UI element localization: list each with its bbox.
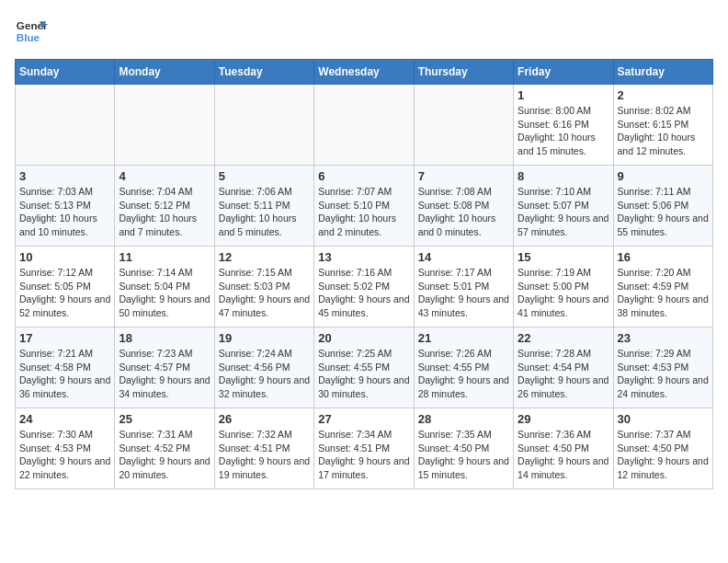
day-info: Sunrise: 7:31 AM Sunset: 4:52 PM Dayligh… — [119, 428, 210, 482]
day-info: Sunrise: 7:28 AM Sunset: 4:54 PM Dayligh… — [518, 347, 609, 401]
calendar-cell: 29Sunrise: 7:36 AM Sunset: 4:50 PM Dayli… — [514, 408, 613, 489]
day-number: 14 — [418, 250, 509, 264]
calendar-table: SundayMondayTuesdayWednesdayThursdayFrid… — [15, 59, 713, 489]
day-info: Sunrise: 8:02 AM Sunset: 6:15 PM Dayligh… — [618, 104, 709, 158]
day-number: 30 — [618, 412, 709, 426]
day-info: Sunrise: 7:30 AM Sunset: 4:53 PM Dayligh… — [19, 428, 110, 482]
day-info: Sunrise: 7:35 AM Sunset: 4:50 PM Dayligh… — [418, 428, 509, 482]
calendar-week-row: 1Sunrise: 8:00 AM Sunset: 6:16 PM Daylig… — [16, 85, 713, 166]
weekday-header: Thursday — [414, 60, 513, 85]
day-info: Sunrise: 7:16 AM Sunset: 5:02 PM Dayligh… — [318, 266, 409, 320]
calendar-cell: 5Sunrise: 7:06 AM Sunset: 5:11 PM Daylig… — [214, 166, 313, 247]
day-info: Sunrise: 7:03 AM Sunset: 5:13 PM Dayligh… — [19, 185, 110, 239]
calendar-cell — [414, 85, 513, 166]
day-number: 27 — [318, 412, 409, 426]
day-info: Sunrise: 7:24 AM Sunset: 4:56 PM Dayligh… — [219, 347, 310, 401]
calendar-cell — [214, 85, 313, 166]
day-number: 9 — [618, 169, 709, 183]
weekday-header-row: SundayMondayTuesdayWednesdayThursdayFrid… — [16, 60, 713, 85]
calendar-cell: 6Sunrise: 7:07 AM Sunset: 5:10 PM Daylig… — [314, 166, 414, 247]
day-info: Sunrise: 7:19 AM Sunset: 5:00 PM Dayligh… — [518, 266, 609, 320]
day-info: Sunrise: 7:26 AM Sunset: 4:55 PM Dayligh… — [418, 347, 509, 401]
weekday-header: Monday — [115, 60, 214, 85]
day-info: Sunrise: 7:21 AM Sunset: 4:58 PM Dayligh… — [19, 347, 110, 401]
calendar-cell: 30Sunrise: 7:37 AM Sunset: 4:50 PM Dayli… — [613, 408, 712, 489]
day-number: 15 — [518, 250, 609, 264]
day-info: Sunrise: 7:10 AM Sunset: 5:07 PM Dayligh… — [518, 185, 609, 239]
weekday-header: Wednesday — [314, 60, 414, 85]
day-number: 1 — [518, 88, 609, 102]
calendar-cell: 4Sunrise: 7:04 AM Sunset: 5:12 PM Daylig… — [115, 166, 214, 247]
calendar-cell: 26Sunrise: 7:32 AM Sunset: 4:51 PM Dayli… — [214, 408, 313, 489]
day-number: 28 — [418, 412, 509, 426]
calendar-cell: 27Sunrise: 7:34 AM Sunset: 4:51 PM Dayli… — [314, 408, 414, 489]
calendar-cell: 10Sunrise: 7:12 AM Sunset: 5:05 PM Dayli… — [16, 247, 115, 327]
day-number: 16 — [618, 250, 709, 264]
day-info: Sunrise: 7:25 AM Sunset: 4:55 PM Dayligh… — [318, 347, 409, 401]
calendar-cell: 22Sunrise: 7:28 AM Sunset: 4:54 PM Dayli… — [514, 327, 613, 408]
day-number: 10 — [19, 250, 110, 264]
calendar-cell: 1Sunrise: 8:00 AM Sunset: 6:16 PM Daylig… — [514, 85, 613, 166]
calendar-cell: 13Sunrise: 7:16 AM Sunset: 5:02 PM Dayli… — [314, 247, 414, 327]
day-info: Sunrise: 7:17 AM Sunset: 5:01 PM Dayligh… — [418, 266, 509, 320]
day-number: 3 — [19, 169, 110, 183]
calendar-cell: 9Sunrise: 7:11 AM Sunset: 5:06 PM Daylig… — [613, 166, 712, 247]
calendar-cell: 20Sunrise: 7:25 AM Sunset: 4:55 PM Dayli… — [314, 327, 414, 408]
calendar-cell: 8Sunrise: 7:10 AM Sunset: 5:07 PM Daylig… — [514, 166, 613, 247]
day-number: 4 — [119, 169, 210, 183]
day-number: 7 — [418, 169, 509, 183]
day-number: 18 — [119, 331, 210, 345]
calendar-cell: 25Sunrise: 7:31 AM Sunset: 4:52 PM Dayli… — [115, 408, 214, 489]
day-info: Sunrise: 7:07 AM Sunset: 5:10 PM Dayligh… — [318, 185, 409, 239]
day-number: 29 — [518, 412, 609, 426]
calendar-cell: 14Sunrise: 7:17 AM Sunset: 5:01 PM Dayli… — [414, 247, 513, 327]
day-info: Sunrise: 7:12 AM Sunset: 5:05 PM Dayligh… — [19, 266, 110, 320]
calendar-cell: 11Sunrise: 7:14 AM Sunset: 5:04 PM Dayli… — [115, 247, 214, 327]
weekday-header: Saturday — [613, 60, 712, 85]
day-info: Sunrise: 8:00 AM Sunset: 6:16 PM Dayligh… — [518, 104, 609, 158]
calendar-week-row: 3Sunrise: 7:03 AM Sunset: 5:13 PM Daylig… — [16, 166, 713, 247]
calendar-cell: 12Sunrise: 7:15 AM Sunset: 5:03 PM Dayli… — [214, 247, 313, 327]
calendar-cell: 16Sunrise: 7:20 AM Sunset: 4:59 PM Dayli… — [613, 247, 712, 327]
svg-text:Blue: Blue — [17, 31, 40, 43]
calendar-cell: 19Sunrise: 7:24 AM Sunset: 4:56 PM Dayli… — [214, 327, 313, 408]
day-info: Sunrise: 7:08 AM Sunset: 5:08 PM Dayligh… — [418, 185, 509, 239]
calendar-cell: 15Sunrise: 7:19 AM Sunset: 5:00 PM Dayli… — [514, 247, 613, 327]
day-number: 24 — [19, 412, 110, 426]
calendar-week-row: 17Sunrise: 7:21 AM Sunset: 4:58 PM Dayli… — [16, 327, 713, 408]
calendar-week-row: 24Sunrise: 7:30 AM Sunset: 4:53 PM Dayli… — [16, 408, 713, 489]
day-number: 2 — [618, 88, 709, 102]
day-number: 20 — [318, 331, 409, 345]
calendar-cell: 28Sunrise: 7:35 AM Sunset: 4:50 PM Dayli… — [414, 408, 513, 489]
day-number: 12 — [219, 250, 310, 264]
calendar-cell: 2Sunrise: 8:02 AM Sunset: 6:15 PM Daylig… — [613, 85, 712, 166]
day-info: Sunrise: 7:11 AM Sunset: 5:06 PM Dayligh… — [618, 185, 709, 239]
calendar-cell — [115, 85, 214, 166]
calendar-cell: 7Sunrise: 7:08 AM Sunset: 5:08 PM Daylig… — [414, 166, 513, 247]
day-number: 19 — [219, 331, 310, 345]
day-info: Sunrise: 7:15 AM Sunset: 5:03 PM Dayligh… — [219, 266, 310, 320]
calendar-cell: 17Sunrise: 7:21 AM Sunset: 4:58 PM Dayli… — [16, 327, 115, 408]
day-number: 22 — [518, 331, 609, 345]
calendar-week-row: 10Sunrise: 7:12 AM Sunset: 5:05 PM Dayli… — [16, 247, 713, 327]
calendar-cell: 21Sunrise: 7:26 AM Sunset: 4:55 PM Dayli… — [414, 327, 513, 408]
day-info: Sunrise: 7:20 AM Sunset: 4:59 PM Dayligh… — [618, 266, 709, 320]
logo-icon: General Blue — [15, 15, 48, 48]
day-number: 26 — [219, 412, 310, 426]
day-number: 17 — [19, 331, 110, 345]
day-info: Sunrise: 7:34 AM Sunset: 4:51 PM Dayligh… — [318, 428, 409, 482]
calendar-cell: 18Sunrise: 7:23 AM Sunset: 4:57 PM Dayli… — [115, 327, 214, 408]
day-info: Sunrise: 7:32 AM Sunset: 4:51 PM Dayligh… — [219, 428, 310, 482]
day-number: 5 — [219, 169, 310, 183]
day-number: 8 — [518, 169, 609, 183]
day-number: 23 — [618, 331, 709, 345]
weekday-header: Sunday — [16, 60, 115, 85]
calendar-cell — [16, 85, 115, 166]
weekday-header: Tuesday — [214, 60, 313, 85]
day-info: Sunrise: 7:06 AM Sunset: 5:11 PM Dayligh… — [219, 185, 310, 239]
page-header: General Blue — [15, 15, 713, 48]
day-info: Sunrise: 7:14 AM Sunset: 5:04 PM Dayligh… — [119, 266, 210, 320]
day-info: Sunrise: 7:23 AM Sunset: 4:57 PM Dayligh… — [119, 347, 210, 401]
day-number: 6 — [318, 169, 409, 183]
day-info: Sunrise: 7:04 AM Sunset: 5:12 PM Dayligh… — [119, 185, 210, 239]
